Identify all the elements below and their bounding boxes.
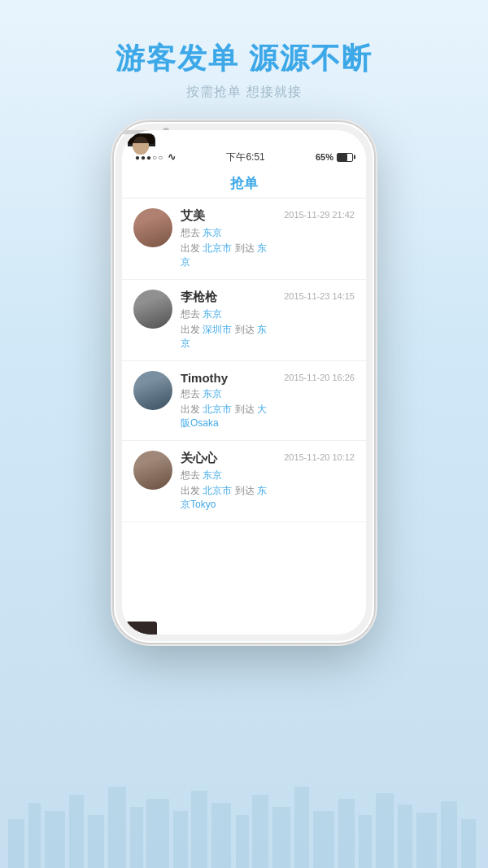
item-meta: 2015-11-23 14:15 <box>284 290 355 301</box>
item-name: 艾美 <box>181 208 276 224</box>
svg-rect-9 <box>191 791 207 868</box>
svg-rect-4 <box>88 815 104 868</box>
avatar <box>133 451 172 490</box>
svg-rect-14 <box>294 787 309 868</box>
status-time: 下午6:51 <box>226 150 264 164</box>
header-subtitle: 按需抢单 想接就接 <box>115 84 373 101</box>
item-name: 关心心 <box>181 451 276 466</box>
svg-rect-21 <box>441 801 457 868</box>
destination-text: 东京 <box>203 469 222 481</box>
item-meta: 2015-11-20 16:26 <box>284 371 355 382</box>
header-section: 游客发单 源源不断 按需抢单 想接就接 <box>115 41 373 101</box>
battery-icon <box>337 153 353 162</box>
svg-rect-6 <box>130 807 143 868</box>
from-text: 北京市 <box>203 403 232 415</box>
nav-title: 抢单 <box>230 174 258 193</box>
item-meta: 2015-11-20 10:12 <box>284 451 355 462</box>
phone-screen: ●●●○○ ∿ 下午6:51 65% 抢单 <box>122 130 366 635</box>
header-title: 游客发单 源源不断 <box>115 41 373 76</box>
item-content: 关心心 想去 东京 出发 北京市 到达 东京Tokyo <box>181 451 276 512</box>
svg-rect-16 <box>338 799 355 868</box>
svg-rect-19 <box>398 805 412 868</box>
battery-fill <box>338 154 347 161</box>
item-meta: 2015-11-29 21:42 <box>284 208 355 220</box>
item-time: 2015-11-20 10:12 <box>284 452 355 462</box>
item-route: 出发 北京市 到达 东京Tokyo <box>181 484 276 512</box>
item-route: 出发 北京市 到达 大阪Osaka <box>181 403 276 430</box>
svg-rect-1 <box>28 803 41 868</box>
phone-mockup: ●●●○○ ∿ 下午6:51 65% 抢单 <box>114 122 374 643</box>
list-item[interactable]: 艾美 想去 东京 出发 北京市 到达 东京 2015-11-29 21:42 <box>122 198 366 280</box>
item-route: 出发 深圳市 到达 东京 <box>181 323 276 351</box>
avatar <box>133 371 172 410</box>
svg-rect-22 <box>461 819 476 868</box>
from-text: 深圳市 <box>203 324 232 335</box>
svg-rect-10 <box>211 803 231 868</box>
item-route: 出发 北京市 到达 东京 <box>181 242 276 269</box>
svg-rect-15 <box>313 811 334 868</box>
battery-percent: 65% <box>316 152 333 162</box>
from-text: 北京市 <box>203 485 232 496</box>
svg-rect-0 <box>8 819 24 868</box>
destination-text: 东京 <box>203 308 222 320</box>
svg-rect-12 <box>252 795 268 868</box>
from-text: 北京市 <box>203 242 232 254</box>
status-bar: ●●●○○ ∿ 下午6:51 65% <box>122 145 366 169</box>
item-content: 艾美 想去 东京 出发 北京市 到达 东京 <box>181 208 276 269</box>
item-want: 想去 东京 <box>181 308 276 321</box>
item-content: 李枪枪 想去 东京 出发 深圳市 到达 东京 <box>181 290 276 351</box>
item-content: Timothy 想去 东京 出发 北京市 到达 大阪Osaka <box>181 371 276 430</box>
item-want: 想去 东京 <box>181 469 276 482</box>
wifi-icon: ∿ <box>168 151 176 163</box>
list-item[interactable]: 李枪枪 想去 东京 出发 深圳市 到达 东京 2015-11-23 14:15 <box>122 280 366 361</box>
svg-rect-11 <box>236 815 249 868</box>
svg-rect-18 <box>376 793 394 868</box>
order-list[interactable]: 艾美 想去 东京 出发 北京市 到达 东京 2015-11-29 21:42 <box>122 198 366 635</box>
item-name: 李枪枪 <box>181 290 276 305</box>
item-time: 2015-11-23 14:15 <box>284 291 355 301</box>
item-time: 2015-11-20 16:26 <box>284 373 355 382</box>
svg-rect-13 <box>272 807 290 868</box>
list-item[interactable]: Timothy 想去 东京 出发 北京市 到达 大阪Osaka 2015-11-… <box>122 361 366 441</box>
item-name: Timothy <box>181 371 276 385</box>
svg-rect-5 <box>108 787 126 868</box>
svg-rect-7 <box>146 799 169 868</box>
item-want: 想去 东京 <box>181 226 276 240</box>
svg-rect-8 <box>173 811 188 868</box>
avatar <box>133 290 172 329</box>
item-time: 2015-11-29 21:42 <box>284 210 355 220</box>
phone-frame: ●●●○○ ∿ 下午6:51 65% 抢单 <box>114 122 374 643</box>
svg-rect-17 <box>359 815 372 868</box>
battery-area: 65% <box>316 152 353 162</box>
svg-rect-3 <box>69 795 84 868</box>
destination-text: 东京 <box>203 227 222 238</box>
item-want: 想去 东京 <box>181 387 276 401</box>
list-item[interactable]: 关心心 想去 东京 出发 北京市 到达 东京Tokyo 2015-11-20 1… <box>122 441 366 522</box>
svg-rect-2 <box>45 811 65 868</box>
svg-rect-20 <box>416 813 437 868</box>
avatar <box>133 208 172 247</box>
destination-text: 东京 <box>203 388 222 399</box>
nav-bar: 抢单 <box>122 169 366 198</box>
